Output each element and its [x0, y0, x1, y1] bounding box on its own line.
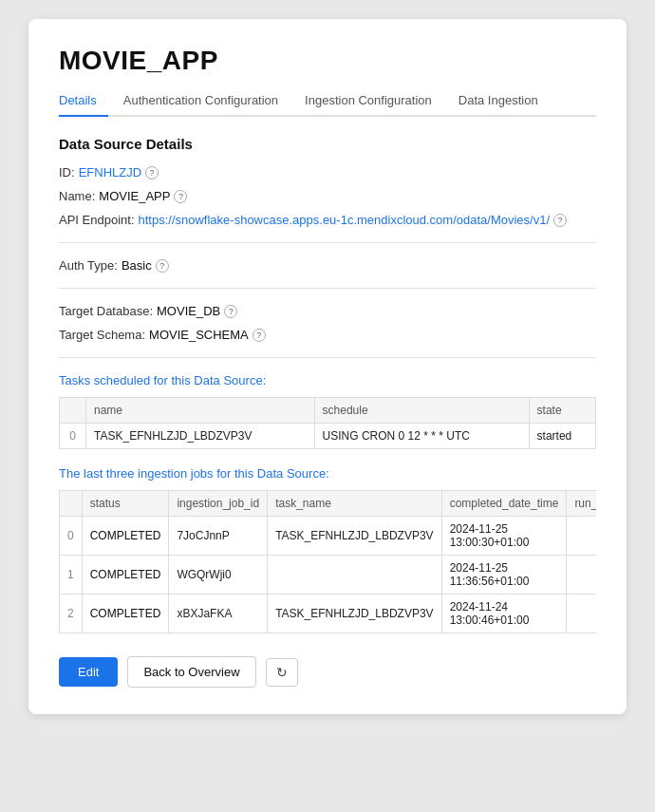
footer-buttons: Edit Back to Overview ↻	[59, 656, 596, 688]
jobs-row-job-id: 7JoCJnnP	[169, 517, 268, 556]
jobs-col-status: status	[82, 491, 169, 517]
jobs-row-runtime	[567, 595, 596, 633]
tasks-row-schedule: USING CRON 0 12 * * * UTC	[314, 424, 529, 449]
app-title: MOVIE_APP	[59, 46, 596, 76]
db-label: Target Database:	[59, 304, 153, 318]
tab-bar: Details Authentication Configuration Ing…	[59, 87, 596, 117]
table-row: 1 COMPLETED WGQrWji0 2024-11-25 11:36:56…	[60, 556, 597, 595]
tasks-row-idx: 0	[60, 424, 86, 449]
jobs-row-task-name: TASK_EFNHLZJD_LBDZVP3V	[268, 517, 442, 556]
tasks-table: name schedule state 0 TASK_EFNHLZJD_LBDZ…	[59, 397, 596, 449]
tasks-header-row: name schedule state	[60, 398, 596, 424]
db-value: MOVIE_DB	[157, 304, 220, 318]
jobs-row-runtime	[567, 517, 596, 556]
jobs-row-status: COMPLETED	[82, 595, 169, 633]
name-value: MOVIE_APP	[99, 189, 170, 203]
tasks-row-state: started	[529, 424, 595, 449]
divider-2	[59, 288, 596, 289]
jobs-label: The last three ingestion jobs for this D…	[59, 466, 596, 481]
section-title: Data Source Details	[59, 136, 596, 152]
jobs-row-runtime	[567, 556, 596, 595]
tasks-label-prefix: Tasks scheduled for this	[59, 373, 194, 387]
jobs-label-prefix: The last three ingestion jobs for this	[59, 466, 257, 481]
jobs-row-idx: 2	[60, 595, 83, 633]
refresh-icon: ↻	[276, 665, 288, 680]
id-value: EFNHLZJD	[79, 165, 141, 179]
api-field: API Endpoint: https://snowflake-showcase…	[59, 213, 596, 227]
jobs-label-suffix: :	[326, 466, 329, 481]
name-field: Name: MOVIE_APP ?	[59, 189, 596, 203]
auth-help-icon[interactable]: ?	[156, 259, 169, 273]
jobs-row-status: COMPLETED	[82, 556, 169, 595]
table-row: 2 COMPLETED xBXJaFKA TASK_EFNHLZJD_LBDZV…	[60, 595, 597, 633]
tab-data-ingestion[interactable]: Data Ingestion	[458, 87, 550, 117]
tab-details[interactable]: Details	[59, 87, 108, 117]
jobs-row-job-id: xBXJaFKA	[169, 595, 268, 633]
tasks-label-link: Data Source	[194, 373, 262, 387]
tab-ingestion-config[interactable]: Ingestion Configuration	[305, 87, 443, 117]
db-help-icon[interactable]: ?	[224, 305, 237, 318]
jobs-col-job-id: ingestion_job_id	[169, 491, 268, 517]
name-label: Name:	[59, 189, 95, 203]
tasks-label-suffix: :	[263, 373, 267, 387]
schema-help-icon[interactable]: ?	[253, 329, 266, 342]
tasks-col-schedule: schedule	[314, 398, 529, 424]
schema-field: Target Schema: MOVIE_SCHEMA ?	[59, 328, 596, 342]
id-label: ID:	[59, 165, 75, 179]
id-field: ID: EFNHLZJD ?	[59, 165, 596, 179]
jobs-col-runtime: run_tim	[567, 491, 596, 517]
tab-auth-config[interactable]: Authentication Configuration	[123, 87, 290, 117]
divider-1	[59, 242, 596, 243]
schema-label: Target Schema:	[59, 328, 145, 342]
api-label: API Endpoint:	[59, 213, 135, 227]
jobs-label-link: Data Source	[257, 466, 326, 481]
tasks-col-state: state	[529, 398, 595, 424]
tasks-table-wrap: name schedule state 0 TASK_EFNHLZJD_LBDZ…	[59, 397, 596, 449]
tasks-label: Tasks scheduled for this Data Source:	[59, 373, 596, 387]
api-help-icon[interactable]: ?	[553, 214, 567, 227]
jobs-row-completed: 2024-11-24 13:00:46+01:00	[441, 595, 567, 633]
jobs-col-idx	[60, 491, 83, 517]
jobs-row-completed: 2024-11-25 11:36:56+01:00	[441, 556, 567, 595]
divider-3	[59, 357, 596, 358]
table-row: 0 TASK_EFNHLZJD_LBDZVP3V USING CRON 0 12…	[60, 424, 596, 449]
jobs-row-task-name	[268, 556, 442, 595]
schema-value: MOVIE_SCHEMA	[149, 328, 249, 342]
id-help-icon[interactable]: ?	[145, 166, 159, 179]
main-card: MOVIE_APP Details Authentication Configu…	[28, 19, 627, 714]
auth-field: Auth Type: Basic ?	[59, 258, 596, 273]
jobs-row-completed: 2024-11-25 13:00:30+01:00	[441, 517, 567, 556]
back-button[interactable]: Back to Overview	[127, 656, 255, 688]
api-value: https://snowflake-showcase.apps.eu-1c.me…	[139, 213, 551, 227]
tasks-row-name: TASK_EFNHLZJD_LBDZVP3V	[86, 424, 315, 449]
refresh-button[interactable]: ↻	[266, 658, 298, 687]
name-help-icon[interactable]: ?	[174, 190, 187, 203]
jobs-col-completed: completed_date_time	[441, 491, 567, 517]
tasks-col-idx	[60, 398, 86, 424]
jobs-row-idx: 0	[60, 517, 83, 556]
table-row: 0 COMPLETED 7JoCJnnP TASK_EFNHLZJD_LBDZV…	[60, 517, 597, 556]
jobs-header-row: status ingestion_job_id task_name comple…	[60, 491, 597, 517]
auth-label: Auth Type:	[59, 258, 118, 273]
jobs-col-task-name: task_name	[268, 491, 442, 517]
jobs-row-task-name: TASK_EFNHLZJD_LBDZVP3V	[268, 595, 442, 633]
tasks-col-name: name	[86, 398, 315, 424]
jobs-row-status: COMPLETED	[82, 517, 169, 556]
jobs-table: status ingestion_job_id task_name comple…	[59, 490, 596, 633]
jobs-row-job-id: WGQrWji0	[169, 556, 268, 595]
jobs-table-wrap: status ingestion_job_id task_name comple…	[59, 490, 596, 633]
jobs-section: The last three ingestion jobs for this D…	[59, 466, 596, 633]
jobs-row-idx: 1	[60, 556, 83, 595]
db-field: Target Database: MOVIE_DB ?	[59, 304, 596, 318]
auth-value: Basic	[122, 258, 152, 273]
edit-button[interactable]: Edit	[59, 657, 118, 687]
